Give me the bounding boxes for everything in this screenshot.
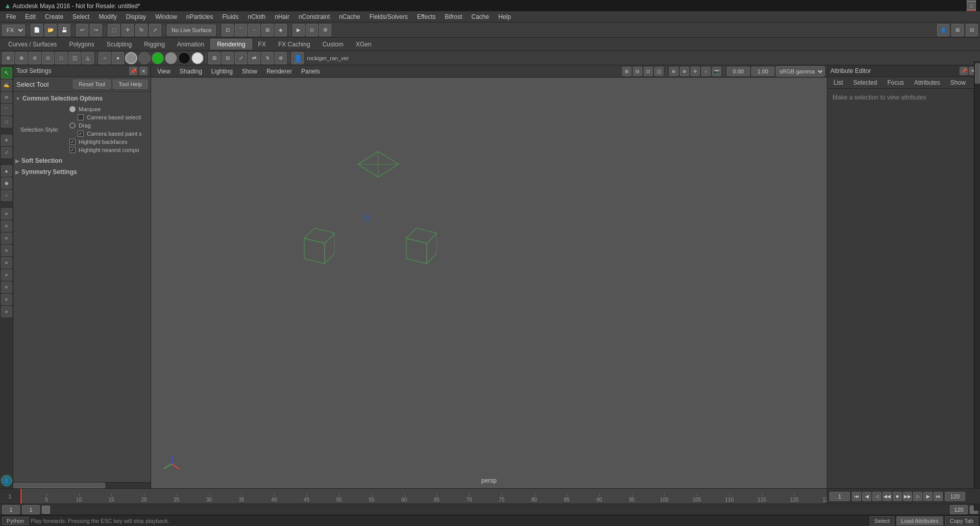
vp-ctrl-3[interactable]: ⊡ xyxy=(644,67,653,76)
next-frame-button[interactable]: ▶ xyxy=(923,492,933,501)
vp-colorspace-select[interactable]: sRGB gamma xyxy=(776,66,825,77)
copy-tab-button[interactable]: Copy Tab xyxy=(945,516,978,525)
paint-tool-icon[interactable]: ✍ xyxy=(1,80,12,91)
tool-settings-scrollbar[interactable] xyxy=(13,482,151,488)
menu-select[interactable]: Select xyxy=(68,12,93,21)
marquee-radio[interactable] xyxy=(69,106,76,112)
play-back-button[interactable]: ◀◀ xyxy=(883,492,892,501)
vp-x-value[interactable] xyxy=(727,67,750,76)
tool-icon-13[interactable] xyxy=(165,52,177,64)
tool-settings-close[interactable]: ✕ xyxy=(139,67,148,75)
drag-radio[interactable] xyxy=(69,122,76,129)
common-selection-header[interactable]: ▼ Common Selection Options xyxy=(14,93,150,104)
range-start-input[interactable] xyxy=(2,505,20,514)
toolbar-right-btn2[interactable]: ⊞ xyxy=(951,24,964,36)
menu-edit[interactable]: Edit xyxy=(21,12,40,21)
layer-icon-6[interactable]: ≡ xyxy=(1,269,12,281)
range-current-input[interactable] xyxy=(22,505,40,514)
tool-icon-8[interactable]: ○ xyxy=(99,52,111,64)
fx-select[interactable]: FX xyxy=(2,24,25,36)
curve-tool-icon[interactable]: ⌒ xyxy=(1,104,12,115)
layer-icon-4[interactable]: ≡ xyxy=(1,245,12,256)
vp-ctrl-camera[interactable]: 📷 xyxy=(712,67,721,76)
select-button[interactable]: Select xyxy=(870,516,895,525)
attr-pin-button[interactable]: 📌 xyxy=(960,67,968,75)
avatar-icon[interactable]: 👤 xyxy=(1,475,12,486)
menu-nconstraint[interactable]: nConstraint xyxy=(295,12,334,21)
select-mode-button[interactable]: ⬚ xyxy=(108,24,120,36)
menu-ncache[interactable]: nCache xyxy=(335,12,364,21)
prev-key-button[interactable]: ◁ xyxy=(872,492,881,501)
menu-fields[interactable]: Fields/Solvers xyxy=(365,12,412,21)
menu-nhair[interactable]: nHair xyxy=(271,12,293,21)
tool-icon-11[interactable] xyxy=(138,52,151,64)
symmetry-settings-header[interactable]: ▶ Symmetry Settings xyxy=(14,166,150,178)
vp-ctrl-7[interactable]: ✛ xyxy=(691,67,700,76)
layer-icon-7[interactable]: ≡ xyxy=(1,282,12,293)
viewport-menu-lighting[interactable]: Lighting xyxy=(207,67,237,76)
soft-selection-header[interactable]: ▶ Soft Selection xyxy=(14,155,150,166)
sculpt-tool-icon[interactable]: ⟳ xyxy=(1,92,12,103)
viewport-menu-renderer[interactable]: Renderer xyxy=(262,67,296,76)
snap-surface-button[interactable]: ◈ xyxy=(275,24,287,36)
vp-ctrl-5[interactable]: ⊕ xyxy=(669,67,678,76)
load-attributes-button[interactable]: Load Attributes xyxy=(896,516,943,525)
goto-end-button[interactable]: ⏭ xyxy=(934,492,943,501)
tool-icon-16[interactable]: ⊞ xyxy=(208,52,220,64)
tab-custom[interactable]: Custom xyxy=(316,39,350,49)
menu-nparticles[interactable]: nParticles xyxy=(182,12,217,21)
timeline-ruler[interactable]: 1510152025303540455055606570758085909510… xyxy=(20,489,827,504)
current-frame-input[interactable] xyxy=(829,492,850,501)
render-icon[interactable]: ▲ xyxy=(1,165,12,177)
maximize-button[interactable]: □ xyxy=(967,2,976,10)
tool-icon-12[interactable] xyxy=(152,52,164,64)
render-settings-button[interactable]: ⚙ xyxy=(319,24,331,36)
attr-tab-selected[interactable]: Selected xyxy=(849,78,881,87)
no-live-surface-button[interactable]: No Live Surface xyxy=(167,24,216,36)
snap-grid-button[interactable]: ⊡ xyxy=(222,24,234,36)
layer-icon-9[interactable]: ≡ xyxy=(1,306,12,317)
object-tool-icon[interactable]: □ xyxy=(1,116,12,128)
menu-help[interactable]: Help xyxy=(494,12,515,21)
tool-icon-20[interactable]: ↯ xyxy=(261,52,274,64)
viewport-menu-shading[interactable]: Shading xyxy=(176,67,206,76)
goto-start-button[interactable]: ⏮ xyxy=(852,492,861,501)
tab-rigging[interactable]: Rigging xyxy=(138,39,171,49)
menu-effects[interactable]: Effects xyxy=(413,12,439,21)
move-button[interactable]: ✛ xyxy=(121,24,134,36)
menu-cache[interactable]: Cache xyxy=(467,12,493,21)
attr-scrollbar-thumb[interactable] xyxy=(975,65,980,84)
tab-rendering[interactable]: Rendering xyxy=(210,39,252,49)
scrollbar-thumb[interactable] xyxy=(13,483,105,488)
joint-icon[interactable]: ○ xyxy=(1,190,12,201)
viewport-menu-show[interactable]: Show xyxy=(238,67,261,76)
menu-fluids[interactable]: Fluids xyxy=(218,12,243,21)
layer-icon-3[interactable]: ≡ xyxy=(1,233,12,244)
ipr-button[interactable]: ⊙ xyxy=(306,24,318,36)
redo-button[interactable]: ↪ xyxy=(90,24,102,36)
highlight-nearest-checkbox[interactable] xyxy=(69,147,76,153)
tab-fx[interactable]: FX xyxy=(252,39,272,49)
snap-curve-button[interactable]: ⌒ xyxy=(235,24,247,36)
tool-icon-3[interactable]: ⊘ xyxy=(29,52,41,64)
menu-window[interactable]: Window xyxy=(151,12,181,21)
attr-tab-focus[interactable]: Focus xyxy=(883,78,908,87)
tool-icon-5[interactable]: □ xyxy=(55,52,67,64)
vp-ctrl-6[interactable]: ⊗ xyxy=(680,67,689,76)
snap-icon[interactable]: ✛ xyxy=(1,135,12,146)
tab-polygons[interactable]: Polygons xyxy=(63,39,100,49)
attr-tab-attributes[interactable]: Attributes xyxy=(910,78,944,87)
vp-ctrl-8[interactable]: ○ xyxy=(701,67,710,76)
layer-icon-5[interactable]: ≡ xyxy=(1,257,12,268)
menu-bifrost[interactable]: Bifrost xyxy=(440,12,466,21)
tool-icon-10[interactable] xyxy=(125,52,137,64)
camera-based-selection-checkbox[interactable] xyxy=(78,114,84,120)
tool-icon-19[interactable]: ⇄ xyxy=(248,52,260,64)
vp-ctrl-2[interactable]: ⊟ xyxy=(633,67,642,76)
reset-tool-button[interactable]: Reset Tool xyxy=(73,80,111,89)
play-button[interactable]: ▶▶ xyxy=(903,492,912,501)
next-key-button[interactable]: ▷ xyxy=(913,492,922,501)
select-tool-icon[interactable]: ↖ xyxy=(1,67,12,79)
snap-point-button[interactable]: ◦ xyxy=(248,24,260,36)
menu-create[interactable]: Create xyxy=(41,12,67,21)
